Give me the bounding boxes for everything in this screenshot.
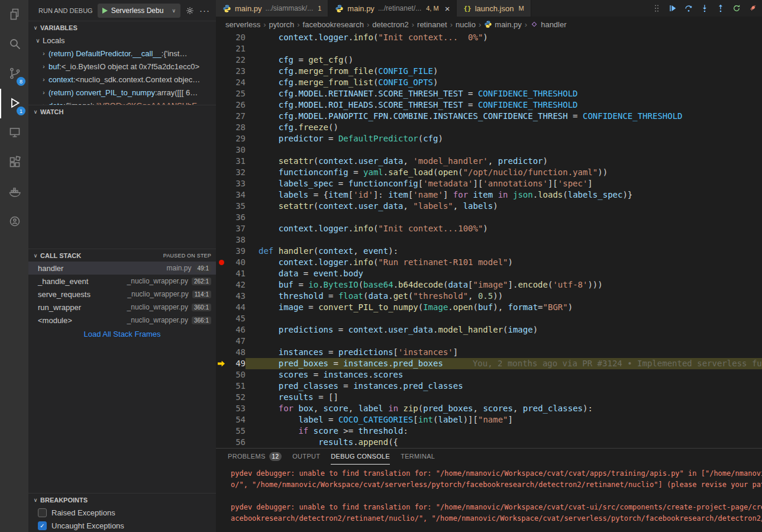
gutter-glyph-margin[interactable] [216, 358, 227, 369]
activity-docker[interactable] [0, 178, 28, 207]
tab-launch.json[interactable]: {}launch.jsonM [457, 0, 531, 17]
gear-icon[interactable] [185, 6, 195, 15]
code-line[interactable]: 31 setattr(context.user_data, 'model_han… [216, 156, 762, 167]
gutter-glyph-margin[interactable] [216, 77, 227, 88]
code-line[interactable]: 32 functionconfig = yaml.safe_load(open(… [216, 167, 762, 178]
gutter-glyph-margin[interactable] [216, 32, 227, 43]
activity-explorer[interactable] [0, 0, 28, 30]
gutter-glyph-margin[interactable] [216, 403, 227, 414]
line-content[interactable]: image = convert_PIL_to_numpy(Image.open(… [246, 302, 762, 313]
code-line[interactable]: 30 [216, 144, 762, 156]
breadcrumb-item-nuclio[interactable]: nuclio [456, 20, 476, 29]
code-line[interactable]: 20 context.logger.info("Init context... … [216, 32, 762, 43]
line-content[interactable]: data = event.body [246, 268, 762, 279]
breadcrumb-item-retinanet[interactable]: retinanet [417, 20, 447, 29]
code-line[interactable]: 21 [216, 43, 762, 54]
debug-config-dropdown[interactable]: Serverless Debu ∨ [98, 4, 180, 18]
line-content[interactable]: scores = instances.scores [246, 369, 762, 381]
breakpoint-icon[interactable] [219, 260, 224, 265]
line-content[interactable]: setattr(context.user_data, 'model_handle… [246, 156, 762, 167]
step-out-icon[interactable] [716, 4, 725, 13]
code-line[interactable]: 24 cfg.merge_from_list(CONFIG_OPTS) [216, 77, 762, 88]
code-line[interactable]: 50 scores = instances.scores [216, 369, 762, 381]
code-line[interactable]: 43 threshold = float(data.get("threshold… [216, 291, 762, 302]
gutter-glyph-margin[interactable] [216, 381, 227, 392]
code-line[interactable]: 39def handler(context, event): [216, 246, 762, 257]
gutter-glyph-margin[interactable] [216, 223, 227, 234]
line-content[interactable]: context.logger.info("Init context...100%… [246, 223, 762, 234]
code-line[interactable]: 33 labels_spec = functionconfig['metadat… [216, 178, 762, 189]
code-line[interactable]: 52 results = [] [216, 392, 762, 403]
code-line[interactable]: 38 [216, 234, 762, 246]
line-content[interactable]: context.logger.info("Run retinanet-R101 … [246, 257, 762, 268]
gutter-glyph-margin[interactable] [216, 246, 227, 257]
code-line[interactable]: 53 for box, score, label in zip(pred_box… [216, 403, 762, 414]
line-content[interactable]: cfg.merge_from_file(CONFIG_FILE) [246, 66, 762, 77]
code-line[interactable]: 56 results.append({ [216, 437, 762, 448]
code-line[interactable]: 35 setattr(context.user_data, "labels", … [216, 201, 762, 212]
variable-item[interactable]: ›context: <nuclio_sdk.context.Context ob… [28, 73, 216, 86]
gutter-glyph-margin[interactable] [216, 111, 227, 122]
gutter-glyph-margin[interactable] [216, 66, 227, 77]
tab-main.py[interactable]: main.py.../siammask/...1 [216, 0, 328, 17]
code-line[interactable]: 29 predictor = DefaultPredictor(cfg) [216, 133, 762, 144]
code-line[interactable]: 40 context.logger.info("Run retinanet-R1… [216, 257, 762, 268]
variable-item[interactable]: ›buf: <_io.BytesIO object at 0x7f5a2dc1e… [28, 60, 216, 73]
gutter-glyph-margin[interactable] [216, 437, 227, 448]
stack-frame[interactable]: <module>_nuclio_wrapper.py366:1 [28, 314, 216, 327]
code-line[interactable]: 45 [216, 313, 762, 324]
line-content[interactable]: cfg.MODEL.RETINANET.SCORE_THRESH_TEST = … [246, 88, 762, 99]
gutter-glyph-margin[interactable] [216, 369, 227, 381]
gutter-glyph-margin[interactable] [216, 189, 227, 201]
gutter-glyph-margin[interactable] [216, 144, 227, 156]
breakpoints-section-header[interactable]: ∨ BREAKPOINTS [28, 493, 216, 506]
line-content[interactable]: pred_classes = instances.pred_classes [246, 381, 762, 392]
gutter-glyph-margin[interactable] [216, 212, 227, 223]
code-line[interactable]: 42 buf = io.BytesIO(base64.b64decode(dat… [216, 279, 762, 291]
gutter-glyph-margin[interactable] [216, 201, 227, 212]
checkbox[interactable] [38, 508, 47, 517]
close-icon[interactable]: × [445, 4, 450, 14]
activity-extensions[interactable] [0, 148, 28, 178]
code-editor[interactable]: 20 context.logger.info("Init context... … [216, 32, 762, 448]
panel-tab-output[interactable]: OUTPUT [292, 449, 320, 465]
gutter-glyph-margin[interactable] [216, 279, 227, 291]
panel-tab-debug-console[interactable]: DEBUG CONSOLE [331, 449, 390, 465]
gutter-glyph-margin[interactable] [216, 156, 227, 167]
line-content[interactable]: threshold = float(data.get("threshold", … [246, 291, 762, 302]
call-stack-section-header[interactable]: ∨ CALL STACK PAUSED ON STEP [28, 249, 216, 262]
breadcrumb-item-handler[interactable]: handler [530, 20, 566, 29]
disconnect-icon[interactable] [748, 4, 757, 13]
checkbox[interactable]: ✓ [38, 521, 47, 530]
variable-item[interactable]: ›(return) convert_PIL_to_numpy: array([[… [28, 86, 216, 99]
line-content[interactable]: def handler(context, event): [246, 246, 762, 257]
gutter-glyph-margin[interactable] [216, 268, 227, 279]
breadcrumb-item-facebookresearch[interactable]: facebookresearch [303, 20, 364, 29]
gutter-glyph-margin[interactable] [216, 425, 227, 437]
gutter-glyph-margin[interactable] [216, 291, 227, 302]
line-content[interactable]: pred_boxes = instances.pred_boxesYou, 2 … [246, 358, 762, 369]
line-content[interactable]: cfg.freeze() [246, 122, 762, 133]
continue-icon[interactable] [668, 4, 677, 13]
code-line[interactable]: 54 label = COCO_CATEGORIES[int(label)]["… [216, 414, 762, 425]
stack-frame[interactable]: _handle_event_nuclio_wrapper.py262:1 [28, 275, 216, 288]
line-content[interactable]: cfg = get_cfg() [246, 54, 762, 66]
breakpoint-item[interactable]: ✓Uncaught Exceptions [28, 519, 216, 532]
activity-source-control[interactable]: 8 [0, 59, 28, 89]
step-over-icon[interactable] [684, 4, 693, 13]
start-debugging-icon[interactable] [102, 8, 108, 14]
line-content[interactable] [246, 43, 762, 54]
line-content[interactable]: predictor = DefaultPredictor(cfg) [246, 133, 762, 144]
code-line[interactable]: 44 image = convert_PIL_to_numpy(Image.op… [216, 302, 762, 313]
load-all-stack-frames-link[interactable]: Load All Stack Frames [28, 327, 216, 341]
variable-item[interactable]: ›data: {'image': 'iVBORw0KGgoAAAANSUhE… [28, 99, 216, 105]
code-line[interactable]: 25 cfg.MODEL.RETINANET.SCORE_THRESH_TEST… [216, 88, 762, 99]
drag-handle-icon[interactable] [652, 4, 661, 13]
panel-tab-problems[interactable]: PROBLEMS12 [228, 449, 282, 465]
line-content[interactable]: functionconfig = yaml.safe_load(open("/o… [246, 167, 762, 178]
code-line[interactable]: 48 instances = predictions['instances'] [216, 347, 762, 358]
line-content[interactable]: cfg.merge_from_list(CONFIG_OPTS) [246, 77, 762, 88]
line-content[interactable] [246, 144, 762, 156]
line-content[interactable]: predictions = context.user_data.model_ha… [246, 324, 762, 336]
code-line[interactable]: 34 labels = {item['id']: item['name'] fo… [216, 189, 762, 201]
